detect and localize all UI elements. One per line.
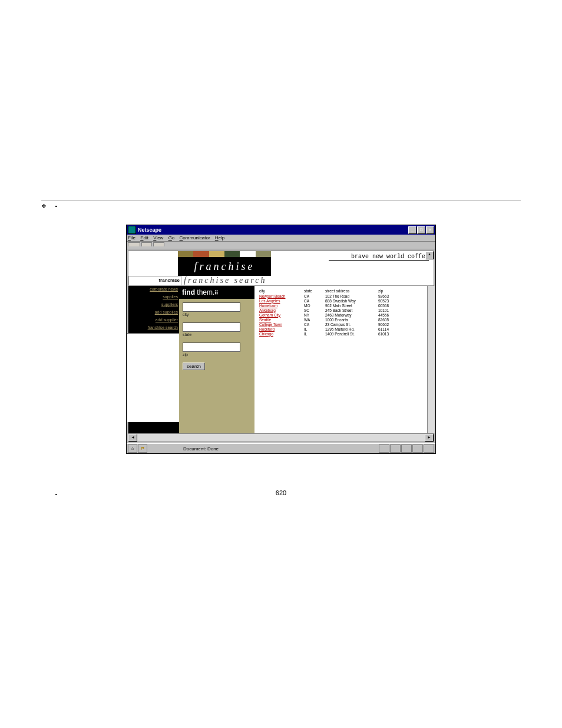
nav-add-supplier[interactable]: add supplier (128, 318, 178, 322)
city-link[interactable]: Gotham City (259, 313, 280, 317)
table-row: SeattleWA1000 Encarta82605 (258, 317, 430, 322)
cell-address: 1409 Pendrell St. (324, 331, 377, 336)
cell-address: 2468 Motorway (324, 312, 377, 317)
city-link[interactable]: College Town (259, 322, 282, 327)
status-tray-icon[interactable] (424, 444, 434, 453)
statusbar: ⌂ ⇄ Document: Done (127, 443, 435, 453)
nav-franchise-search[interactable]: franchise search (128, 325, 178, 330)
cell-address: 1295 Mulford Rd. (324, 327, 377, 331)
vertical-scrollbar[interactable] (427, 286, 435, 433)
col-zip: zip (377, 288, 430, 294)
cell-state: CA (303, 294, 324, 298)
cell-zip: 82605 (377, 317, 430, 322)
section-tab[interactable]: franchise (128, 276, 181, 286)
page-number: 620 (41, 489, 521, 496)
col-city: city (258, 288, 303, 294)
browser-window: Netscape _ □ × File Edit View Go Communi… (126, 225, 436, 454)
table-row: Gotham CityNY2468 Motorway44556 (258, 312, 430, 317)
menu-communicator[interactable]: Communicator (180, 235, 210, 241)
menu-edit[interactable]: Edit (140, 235, 148, 241)
search-header: find them.⠿ (179, 286, 254, 299)
nav-supplies[interactable]: supplies (128, 295, 178, 299)
left-nav: corporate news supplies suppliers add su… (128, 286, 179, 433)
status-tray-icon[interactable] (390, 444, 401, 453)
table-row: Los AngelesCA888 Swedish Way90523 (258, 298, 430, 303)
city-link[interactable]: Hometown (259, 304, 277, 308)
cell-zip: 00568 (377, 303, 430, 308)
cell-state: CA (303, 322, 324, 327)
banner-left-blank (128, 251, 178, 276)
logo-text: franchise (194, 261, 255, 272)
cell-zip: 44556 (377, 312, 430, 317)
cell-zip: 10101 (377, 308, 430, 312)
menu-go[interactable]: Go (168, 235, 175, 241)
bullet-icon: • (55, 203, 57, 210)
cell-zip: 90523 (377, 298, 430, 303)
search-button[interactable]: search (183, 363, 205, 370)
section-title: franchise search (181, 276, 434, 286)
zip-input[interactable] (183, 342, 240, 352)
cell-address: 245 Back Street (324, 308, 377, 312)
cell-zip: 61013 (377, 331, 430, 336)
toolbar-tab[interactable] (141, 242, 151, 246)
cell-state: CA (303, 298, 324, 303)
status-icon[interactable]: ⌂ (128, 444, 137, 453)
cell-state: IL (303, 331, 324, 336)
banner-right: brave new world coffee ▲ (271, 251, 434, 276)
cell-address: 23 Campus St. (324, 322, 377, 327)
scroll-right-button[interactable]: ► (425, 434, 434, 442)
status-text: Document: Done (148, 446, 378, 452)
minimize-button[interactable]: _ (408, 226, 416, 234)
state-label: state (183, 332, 251, 337)
logo-color-strip (178, 251, 271, 257)
cell-address: 1000 Encarta (324, 317, 377, 322)
city-link[interactable]: Seattle (259, 318, 271, 322)
diamond-icon: ❖ (41, 202, 47, 210)
divider (41, 200, 521, 201)
nav-corporate-news[interactable]: corporate news (128, 287, 178, 291)
scroll-left-button[interactable]: ◄ (128, 434, 137, 442)
nav-add-supplies[interactable]: add supplies (128, 310, 178, 314)
menu-file[interactable]: File (128, 235, 135, 241)
cell-state: IL (303, 327, 324, 331)
table-row: Newport BeachCA102 The Road92663 (258, 294, 430, 298)
cell-state: MO (303, 303, 324, 308)
nav-suppliers[interactable]: suppliers (128, 302, 178, 307)
toolbar-tab[interactable] (128, 242, 140, 246)
search-panel: find them.⠿ city state zip search (179, 286, 254, 433)
close-button[interactable]: × (426, 226, 434, 234)
logo: franchise (178, 257, 271, 276)
zip-label: zip (183, 353, 251, 357)
city-link[interactable]: Rockford (259, 327, 275, 331)
city-link[interactable]: Ankeborg (259, 308, 276, 312)
col-address: street address (324, 288, 377, 294)
city-input[interactable] (183, 302, 240, 312)
menu-view[interactable]: View (153, 235, 163, 241)
titlebar: Netscape _ □ × (127, 225, 435, 235)
cell-state: WA (303, 317, 324, 322)
toolbar-strip (127, 242, 435, 249)
table-row: ChicagoIL1409 Pendrell St.61013 (258, 331, 430, 336)
city-link[interactable]: Newport Beach (259, 294, 285, 298)
results-panel: city state street address zip Newport Be… (254, 286, 434, 433)
city-link[interactable]: Chicago (259, 332, 273, 336)
state-input[interactable] (183, 322, 240, 332)
toolbar-tab[interactable] (153, 242, 164, 246)
scroll-up-button[interactable]: ▲ (425, 251, 434, 259)
table-row: College TownCA23 Campus St.90602 (258, 322, 430, 327)
table-row: AnkeborgSC245 Back Street10101 (258, 308, 430, 312)
horizontal-scrollbar[interactable]: ◄ ► (128, 433, 434, 442)
status-tray-icon[interactable] (401, 444, 412, 453)
cell-zip: 61114 (377, 327, 430, 331)
status-tray-icon[interactable] (379, 444, 389, 453)
status-icon[interactable]: ⇄ (138, 444, 147, 453)
maximize-button[interactable]: □ (417, 226, 425, 234)
results-table: city state street address zip Newport Be… (258, 288, 430, 336)
app-icon (128, 226, 136, 234)
cell-state: SC (303, 308, 324, 312)
status-tray-icon[interactable] (412, 444, 423, 453)
col-state: state (303, 288, 324, 294)
menu-help[interactable]: Help (215, 235, 224, 241)
city-link[interactable]: Los Angeles (259, 299, 280, 303)
cell-address: 102 The Road (324, 294, 377, 298)
